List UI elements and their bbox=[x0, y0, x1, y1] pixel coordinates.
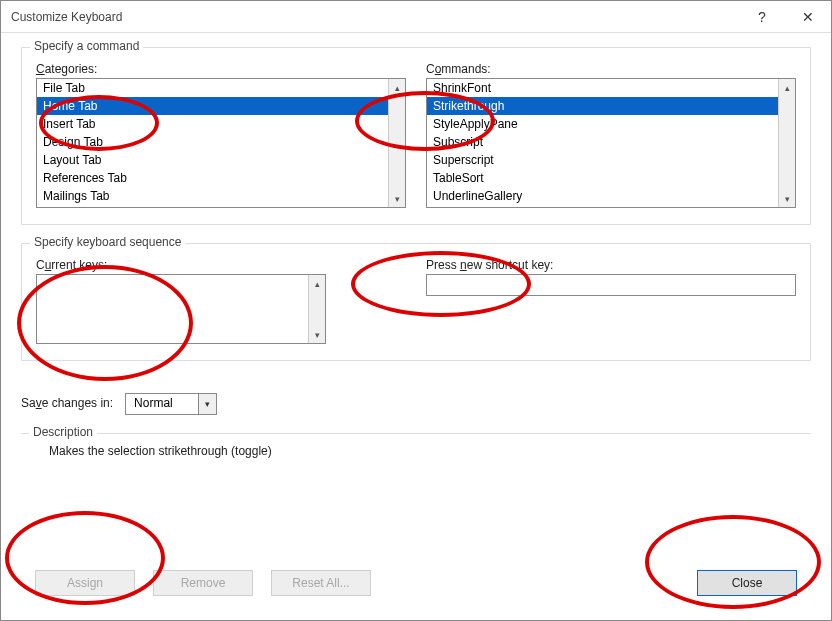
category-item[interactable]: Home Tab bbox=[37, 97, 388, 115]
commands-listbox[interactable]: ShrinkFontStrikethroughStyleApplyPaneSub… bbox=[426, 78, 796, 208]
command-item[interactable]: Strikethrough bbox=[427, 97, 778, 115]
new-shortcut-label: Press new shortcut key: bbox=[426, 258, 796, 272]
scroll-up-icon[interactable]: ▴ bbox=[309, 275, 325, 292]
chevron-down-icon[interactable]: ▾ bbox=[198, 394, 216, 414]
commands-list-inner: ShrinkFontStrikethroughStyleApplyPaneSub… bbox=[427, 79, 778, 207]
description-group: Description Makes the selection striketh… bbox=[21, 433, 811, 474]
current-keys-column: Current keys: ▴ ▾ bbox=[36, 258, 406, 344]
save-changes-row: Save changes in: Normal ▾ bbox=[21, 393, 811, 415]
help-button[interactable]: ? bbox=[739, 1, 785, 33]
commands-column: Commands: ShrinkFontStrikethroughStyleAp… bbox=[426, 62, 796, 208]
titlebar: Customize Keyboard ? ✕ bbox=[1, 1, 831, 33]
dialog-title: Customize Keyboard bbox=[11, 10, 739, 24]
assign-label: ssign bbox=[75, 576, 103, 590]
scroll-down-icon[interactable]: ▾ bbox=[779, 190, 795, 207]
commands-scrollbar[interactable]: ▴ ▾ bbox=[778, 79, 795, 207]
specify-sequence-legend: Specify keyboard sequence bbox=[30, 235, 185, 249]
specify-command-legend: Specify a command bbox=[30, 39, 143, 53]
categories-scrollbar[interactable]: ▴ ▾ bbox=[388, 79, 405, 207]
description-legend: Description bbox=[29, 425, 97, 439]
scroll-up-icon[interactable]: ▴ bbox=[389, 79, 405, 96]
command-item[interactable]: Superscript bbox=[427, 151, 778, 169]
specify-sequence-group: Specify keyboard sequence Current keys: … bbox=[21, 243, 811, 361]
category-item[interactable]: File Tab bbox=[37, 79, 388, 97]
categories-list-inner: File TabHome TabInsert TabDesign TabLayo… bbox=[37, 79, 388, 207]
category-item[interactable]: Mailings Tab bbox=[37, 187, 388, 205]
dialog-body: Specify a command Categories: File TabHo… bbox=[1, 33, 831, 512]
reset-all-button[interactable]: Reset All... bbox=[271, 570, 371, 596]
category-item[interactable]: Review Tab bbox=[37, 205, 388, 207]
category-item[interactable]: Design Tab bbox=[37, 133, 388, 151]
category-item[interactable]: Insert Tab bbox=[37, 115, 388, 133]
command-item[interactable]: WordSetDefaultPaste bbox=[427, 205, 778, 207]
categories-column: Categories: File TabHome TabInsert TabDe… bbox=[36, 62, 406, 208]
categories-listbox[interactable]: File TabHome TabInsert TabDesign TabLayo… bbox=[36, 78, 406, 208]
save-changes-dropdown[interactable]: Normal ▾ bbox=[125, 393, 217, 415]
category-item[interactable]: References Tab bbox=[37, 169, 388, 187]
dialog-button-row: Assign Remove Reset All... Close bbox=[35, 570, 797, 596]
remove-label: emove bbox=[189, 576, 225, 590]
command-item[interactable]: StyleApplyPane bbox=[427, 115, 778, 133]
remove-button[interactable]: Remove bbox=[153, 570, 253, 596]
assign-button[interactable]: Assign bbox=[35, 570, 135, 596]
current-keys-label: Current keys: bbox=[36, 258, 406, 272]
specify-command-group: Specify a command Categories: File TabHo… bbox=[21, 47, 811, 225]
current-keys-inner bbox=[37, 275, 308, 343]
command-item[interactable]: TableSort bbox=[427, 169, 778, 187]
new-shortcut-input[interactable] bbox=[426, 274, 796, 296]
reset-label: et All... bbox=[314, 576, 350, 590]
categories-label: Categories: bbox=[36, 62, 406, 76]
scroll-down-icon[interactable]: ▾ bbox=[389, 190, 405, 207]
category-item[interactable]: Layout Tab bbox=[37, 151, 388, 169]
command-item[interactable]: ShrinkFont bbox=[427, 79, 778, 97]
save-changes-value: Normal bbox=[126, 394, 198, 414]
current-keys-scrollbar[interactable]: ▴ ▾ bbox=[308, 275, 325, 343]
command-item[interactable]: Subscript bbox=[427, 133, 778, 151]
new-shortcut-column: Press new shortcut key: bbox=[426, 258, 796, 344]
command-columns: Categories: File TabHome TabInsert TabDe… bbox=[36, 62, 796, 208]
close-window-button[interactable]: ✕ bbox=[785, 1, 831, 33]
commands-label: Commands: bbox=[426, 62, 796, 76]
customize-keyboard-dialog: Customize Keyboard ? ✕ Specify a command… bbox=[0, 0, 832, 621]
scroll-down-icon[interactable]: ▾ bbox=[309, 326, 325, 343]
sequence-columns: Current keys: ▴ ▾ Press new shortcut key… bbox=[36, 258, 796, 344]
description-text: Makes the selection strikethrough (toggl… bbox=[35, 444, 797, 458]
save-changes-label: Save changes in: bbox=[21, 396, 113, 410]
close-button[interactable]: Close bbox=[697, 570, 797, 596]
command-item[interactable]: UnderlineGallery bbox=[427, 187, 778, 205]
scroll-up-icon[interactable]: ▴ bbox=[779, 79, 795, 96]
current-keys-listbox[interactable]: ▴ ▾ bbox=[36, 274, 326, 344]
